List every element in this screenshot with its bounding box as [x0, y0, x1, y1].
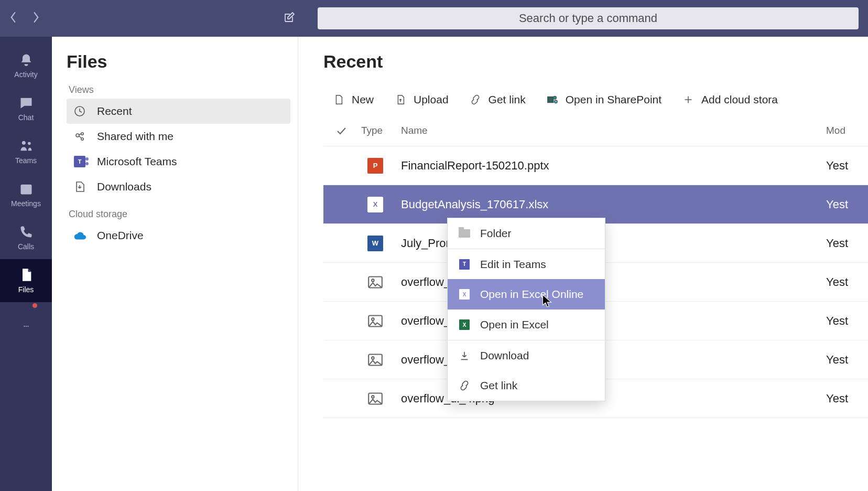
svg-point-13 — [554, 100, 557, 103]
folder-icon — [458, 227, 471, 240]
side-title: Files — [67, 51, 290, 72]
teams-icon: T — [458, 258, 471, 271]
svg-point-17 — [372, 318, 374, 321]
cloud-label: Cloud storage — [69, 209, 290, 220]
sharepoint-icon: S — [547, 94, 558, 105]
side-panel: Files Views Recent Shared with me T Micr… — [52, 37, 298, 491]
excel-icon: X — [458, 288, 471, 301]
search-input[interactable]: Search or type a command — [318, 7, 859, 29]
toolbar-sharepoint[interactable]: S Open in SharePoint — [547, 93, 661, 106]
ctx-download[interactable]: Download — [448, 340, 605, 370]
shared-icon — [73, 130, 86, 143]
image-icon — [367, 274, 383, 290]
download-icon — [458, 349, 471, 362]
file-toolbar: New Upload Get link S Open in SharePoint — [323, 84, 868, 115]
onedrive-icon — [73, 229, 86, 242]
column-modified[interactable]: Mod — [826, 125, 868, 136]
forward-button[interactable] — [32, 12, 40, 25]
ctx-open-excel-online[interactable]: X Open in Excel Online — [448, 279, 605, 309]
svg-point-19 — [372, 357, 374, 359]
rail-teams[interactable]: Teams — [0, 130, 52, 173]
excel-icon: X — [367, 197, 383, 212]
column-headers: Type Name Mod — [323, 115, 868, 146]
svg-point-15 — [372, 279, 374, 282]
clock-icon — [73, 104, 86, 118]
link-icon — [458, 379, 471, 392]
rail-activity[interactable]: Activity — [0, 44, 52, 87]
rail-chat[interactable]: Chat — [0, 87, 52, 130]
back-button[interactable] — [9, 12, 17, 25]
svg-point-12 — [554, 97, 557, 100]
title-bar: Search or type a command — [0, 0, 868, 37]
ctx-folder[interactable]: Folder — [448, 218, 605, 249]
app-rail: Activity Chat Teams Meetings Calls Files — [0, 37, 52, 491]
image-icon — [367, 313, 383, 329]
compose-icon[interactable] — [283, 11, 296, 26]
content-title: Recent — [323, 51, 868, 72]
rail-meetings[interactable]: Meetings — [0, 173, 52, 216]
download-icon — [73, 180, 86, 194]
excel-icon: X — [458, 318, 471, 331]
sidebar-item-downloads[interactable]: Downloads — [67, 174, 290, 199]
rail-files[interactable]: Files — [0, 259, 52, 302]
svg-point-21 — [372, 396, 374, 398]
toolbar-addcloud[interactable]: Add cloud stora — [682, 93, 778, 106]
rail-more[interactable] — [0, 306, 52, 349]
file-row[interactable]: P FinancialReport-150210.pptx Yest — [323, 146, 868, 185]
word-icon: W — [367, 236, 383, 251]
column-type[interactable]: Type — [361, 125, 401, 136]
sidebar-item-shared[interactable]: Shared with me — [67, 124, 290, 149]
ctx-edit-teams[interactable]: T Edit in Teams — [448, 249, 605, 279]
sidebar-item-teams[interactable]: T Microsoft Teams — [67, 149, 290, 174]
toolbar-new[interactable]: New — [333, 93, 374, 106]
svg-rect-2 — [20, 185, 31, 195]
sidebar-item-recent[interactable]: Recent — [67, 99, 290, 124]
svg-text:S: S — [549, 98, 552, 102]
sidebar-item-onedrive[interactable]: OneDrive — [67, 223, 290, 248]
svg-point-0 — [21, 141, 25, 145]
notification-dot-icon — [32, 303, 37, 308]
svg-point-9 — [81, 138, 83, 140]
column-name[interactable]: Name — [401, 125, 826, 136]
ctx-get-link[interactable]: Get link — [448, 370, 605, 401]
rail-calls[interactable]: Calls — [0, 216, 52, 259]
select-all-checkbox[interactable] — [335, 124, 361, 137]
toolbar-getlink[interactable]: Get link — [470, 93, 526, 106]
powerpoint-icon: P — [367, 158, 383, 174]
search-placeholder: Search or type a command — [519, 12, 657, 25]
svg-point-8 — [81, 133, 83, 135]
svg-point-1 — [28, 142, 31, 145]
svg-point-4 — [26, 326, 27, 327]
image-icon — [367, 352, 383, 368]
views-label: Views — [69, 84, 290, 95]
svg-point-3 — [24, 326, 25, 327]
teams-icon: T — [73, 155, 86, 168]
image-icon — [367, 391, 383, 407]
context-menu: Folder T Edit in Teams X Open in Excel O… — [447, 218, 605, 401]
ctx-open-excel[interactable]: X Open in Excel — [448, 309, 605, 340]
toolbar-upload[interactable]: Upload — [395, 93, 449, 106]
svg-point-5 — [27, 326, 28, 327]
